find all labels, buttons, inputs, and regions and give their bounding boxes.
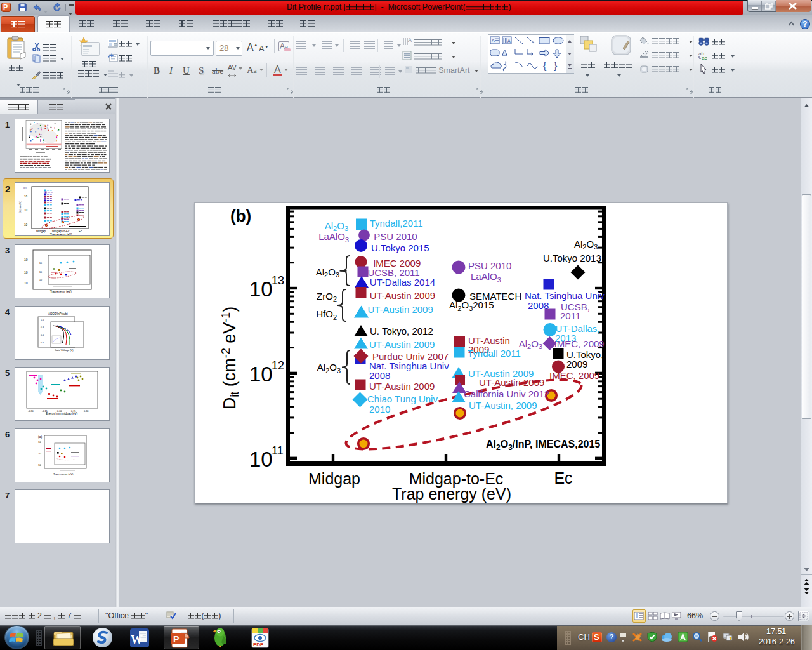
svg-text:0.4: 0.4 (41, 342, 44, 344)
svg-text:Nat. Tsinghua Univ: Nat. Tsinghua Univ (525, 290, 605, 301)
svg-text:10: 10 (24, 281, 28, 285)
svg-text:0.00: 0.00 (57, 410, 62, 413)
svg-text:Al2O3/InP(sub): Al2O3/InP(sub) (48, 312, 68, 315)
svg-text:2008: 2008 (528, 300, 549, 311)
svg-text:UT-Austin 2009: UT-Austin 2009 (370, 290, 435, 301)
svg-text:A: A (408, 37, 412, 43)
svg-text:UT-Dallas 2014: UT-Dallas 2014 (370, 277, 435, 288)
svg-text:-0.15: -0.15 (42, 410, 48, 413)
svg-text:Midgap: Midgap (36, 230, 46, 233)
svg-text:0.15: 0.15 (71, 410, 75, 413)
svg-text:}: } (554, 60, 558, 71)
svg-text:10: 10 (249, 362, 273, 386)
svg-text:13: 13 (272, 274, 284, 287)
svg-text:10: 10 (39, 262, 42, 265)
svg-text:A: A (492, 38, 495, 43)
svg-text:IMEC 2009: IMEC 2009 (373, 258, 421, 269)
svg-text:1.0: 1.0 (41, 319, 44, 321)
svg-text:UT-Austin 2009: UT-Austin 2009 (479, 377, 544, 388)
svg-text:Al2O3: Al2O3 (317, 362, 341, 375)
svg-text:U. Tokyo, 2012: U. Tokyo, 2012 (370, 326, 433, 336)
svg-text:W: W (131, 633, 143, 646)
svg-text:LaAlO3: LaAlO3 (471, 271, 501, 284)
svg-text:HfO2: HfO2 (316, 308, 337, 321)
svg-text:Tyndall,2011: Tyndall,2011 (370, 218, 423, 229)
svg-text:Trap energy (eV): Trap energy (eV) (53, 472, 74, 475)
svg-text:0.8: 0.8 (41, 326, 44, 329)
svg-text:Trap energy (eV): Trap energy (eV) (50, 233, 72, 236)
svg-text:(b): (b) (230, 206, 251, 225)
svg-text:UT-Austin 2009: UT-Austin 2009 (369, 381, 435, 392)
svg-text:Ec: Ec (79, 230, 82, 233)
svg-text:Chiao Tung Univ: Chiao Tung Univ (367, 394, 438, 404)
svg-text:2008: 2008 (369, 370, 390, 381)
svg-text:PSU 2010: PSU 2010 (374, 231, 417, 242)
svg-text:Gate Voltage (V): Gate Voltage (V) (55, 348, 74, 352)
svg-text:10: 10 (39, 279, 42, 281)
svg-text:U.Tokyo 2013: U.Tokyo 2013 (543, 253, 601, 263)
svg-text:10: 10 (249, 277, 273, 301)
svg-text:10: 10 (24, 195, 28, 198)
svg-text:2009: 2009 (566, 359, 587, 369)
svg-text:10: 10 (24, 258, 28, 262)
svg-text:Al2O3: Al2O3 (574, 239, 598, 251)
svg-text:0.6: 0.6 (41, 334, 44, 336)
svg-text:10: 10 (249, 448, 273, 471)
svg-text:IMEC, 2009: IMEC, 2009 (554, 338, 605, 349)
svg-text:UT-Austin, 2009: UT-Austin, 2009 (469, 400, 537, 411)
svg-text:{: { (543, 60, 547, 71)
svg-text:11: 11 (272, 444, 284, 457)
svg-text:Purdue Univ 2007: Purdue Univ 2007 (372, 351, 449, 362)
svg-text:UT-Dallas,: UT-Dallas, (556, 323, 600, 334)
svg-text:ac: ac (702, 55, 707, 60)
svg-text:A: A (508, 39, 511, 43)
svg-text:UT-Austin 2009: UT-Austin 2009 (367, 304, 433, 315)
svg-text:Al2O32015: Al2O32015 (449, 300, 494, 312)
svg-text:IMEC, 2009: IMEC, 2009 (549, 370, 599, 381)
svg-text:Dit (cm-2 eV-1): Dit (cm-2 eV-1) (219, 307, 241, 410)
svg-text:(b): (b) (23, 186, 27, 189)
svg-text:Trap energy (eV): Trap energy (eV) (50, 290, 72, 293)
svg-text:ZrO2: ZrO2 (317, 291, 337, 303)
svg-text:P: P (173, 634, 179, 644)
svg-text:-0.30: -0.30 (28, 410, 34, 413)
svg-text:PSU 2010: PSU 2010 (468, 260, 511, 271)
svg-text:2011: 2011 (560, 310, 580, 321)
svg-text:Al2O3: Al2O3 (519, 338, 542, 351)
svg-text:Trap energy (eV): Trap energy (eV) (392, 485, 511, 503)
svg-text:Midgap: Midgap (308, 470, 360, 488)
svg-text:10: 10 (38, 463, 41, 467)
svg-text:0.30: 0.30 (84, 410, 88, 413)
svg-text:Al2O3/InP, IMECAS,2015: Al2O3/InP, IMECAS,2015 (486, 439, 600, 452)
svg-text:California Univ 2012: California Univ 2012 (464, 388, 549, 399)
svg-text:12: 12 (272, 359, 284, 372)
svg-text:10: 10 (38, 441, 41, 444)
svg-text:10: 10 (24, 223, 28, 227)
svg-text:(a): (a) (38, 435, 42, 439)
svg-text:UT-Austin 2009: UT-Austin 2009 (369, 339, 435, 350)
svg-text:10: 10 (24, 270, 28, 274)
svg-text:LaAlO3: LaAlO3 (318, 231, 349, 244)
svg-text:PDF: PDF (253, 642, 263, 647)
svg-text:U.Tokyo 2015: U.Tokyo 2015 (371, 242, 429, 253)
svg-text:10: 10 (38, 452, 41, 455)
svg-text:10: 10 (24, 209, 28, 212)
svg-text:10: 10 (39, 271, 42, 274)
svg-text:Al2O3: Al2O3 (316, 267, 339, 279)
svg-text:2010: 2010 (369, 404, 390, 415)
svg-text:D (cm eV ): D (cm eV ) (18, 200, 22, 213)
svg-text:Tyndall 2011: Tyndall 2011 (468, 348, 521, 359)
svg-text:Ec: Ec (554, 469, 572, 487)
